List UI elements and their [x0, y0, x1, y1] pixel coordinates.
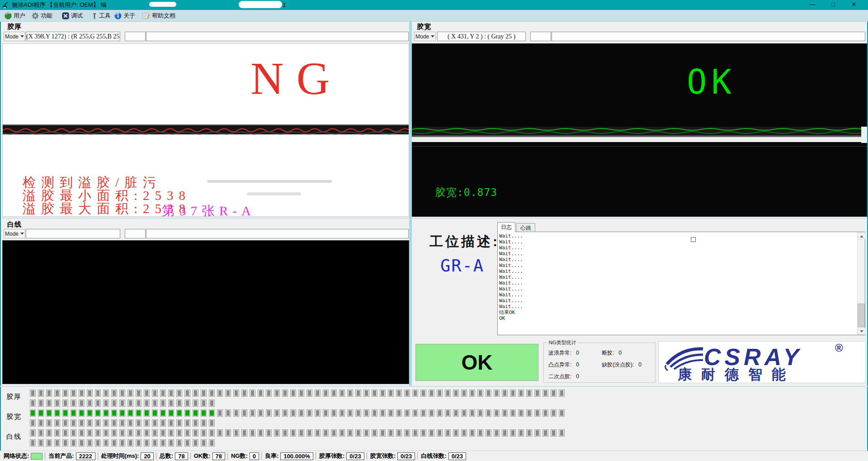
grid-cell: [372, 409, 377, 417]
minimize-button[interactable]: —: [802, 0, 823, 10]
grid-cell: [46, 419, 52, 427]
band-right-notch: [861, 127, 867, 143]
grid-cell: [79, 399, 85, 407]
mode-dropdown[interactable]: Mode: [4, 32, 25, 41]
grid-cell: [347, 390, 353, 397]
ng-stat-value: 0: [576, 350, 579, 356]
grid-cell: [168, 429, 174, 437]
grid-label: 白线: [6, 432, 22, 441]
grid-cell: [119, 419, 125, 427]
grid-cell: [71, 390, 76, 397]
grid-row: [30, 439, 215, 447]
grid-cell: [46, 390, 52, 397]
glue-width-measurement: 胶宽:0.873: [435, 185, 497, 200]
tab-heartbeat[interactable]: 心跳: [516, 223, 535, 232]
grid-cell: [437, 409, 443, 417]
close-button[interactable]: ✕: [844, 0, 864, 10]
grid-cell: [71, 439, 76, 447]
statusbar-separator: [417, 452, 418, 460]
log-scrollbar[interactable]: [857, 232, 865, 335]
grid-cell: [331, 409, 337, 417]
panel-title-white-line: 白线: [7, 220, 22, 229]
grid-cell: [201, 409, 207, 417]
roi-field-small[interactable]: [530, 32, 551, 41]
grid-cell: [518, 429, 524, 437]
grid-cell: [453, 409, 459, 417]
pixel-info-field[interactable]: (X 398,Y 1272) : (R 255,G 255,B 255): [26, 32, 120, 41]
network-status-label: 网络状态:: [4, 452, 29, 460]
scroll-up-arrow-icon[interactable]: [858, 232, 865, 239]
grid-cell: [46, 429, 52, 437]
grid-cell: [250, 390, 255, 397]
log-line: Wait....: [499, 268, 856, 274]
ng-stat-row: 二次点胶:0: [548, 373, 579, 380]
grid-cell: [274, 390, 280, 397]
ng-type-statistics: NG类型统计 波浪异常:0凸点异常:0二次点胶:0 断胶:0缺胶(没点胶):0: [543, 342, 656, 383]
grid-cell: [258, 390, 264, 397]
tab-log[interactable]: 日志: [497, 222, 515, 232]
grid-cell: [176, 419, 182, 427]
menu-item-about[interactable]: 关于: [114, 11, 135, 21]
ng-stat-value: 0: [638, 361, 642, 368]
roi-field-long[interactable]: [552, 32, 865, 41]
menu-item-label: 调试: [71, 12, 83, 20]
grid-cell: [209, 390, 215, 397]
grid-cell: [127, 399, 133, 407]
menubar: 用户 功能 调试: [0, 10, 868, 22]
roi-field-long[interactable]: [146, 229, 409, 238]
grid-cell: [201, 429, 207, 437]
grid-cell: [372, 429, 377, 437]
white-line-image[interactable]: [2, 240, 409, 384]
log-line: Wait....: [499, 262, 856, 268]
titlebar[interactable]: 侧涂AOI程序 【当前用户: OEM】 编 1 — □ ✕: [0, 0, 868, 10]
grid-cell: [168, 409, 174, 417]
maximize-button[interactable]: □: [823, 0, 844, 10]
log-checkbox[interactable]: [691, 237, 696, 242]
menu-item-help[interactable]: 帮助文档: [142, 11, 175, 21]
grid-cell: [510, 409, 516, 417]
defect-line: 溢胶最小面积:2538: [23, 189, 191, 202]
grid-cell: [396, 429, 402, 437]
scrollbar-thumb[interactable]: [858, 304, 865, 327]
grid-cell: [233, 390, 239, 397]
grid-cell: [30, 419, 36, 427]
grid-cell: [152, 439, 158, 447]
grid-cell: [95, 439, 101, 447]
grid-group-white-line: 白线: [0, 429, 868, 449]
pixel-info-field[interactable]: ( X 431, Y 2 ) : ( Gray 25 ): [437, 32, 526, 41]
grid-cell: [453, 390, 459, 397]
glue-edge-band: [3, 124, 409, 134]
roi-field-small[interactable]: [125, 229, 146, 238]
grid-cell: [127, 419, 133, 427]
grid-cell: [62, 439, 68, 447]
glue-width-image[interactable]: OK 胶宽:0.873: [412, 43, 867, 217]
grid-row: [30, 390, 565, 397]
grid-cell: [429, 429, 434, 437]
user-icon: [5, 12, 12, 19]
glue-thickness-image[interactable]: NG 检测到溢胶/脏污 溢胶最小面积:2538 溢胶最大面积:2538 第37张…: [2, 43, 409, 217]
grid-cell: [510, 429, 516, 437]
grid-cell: [46, 439, 52, 447]
scroll-down-arrow-icon[interactable]: [858, 328, 865, 335]
grid-cell: [331, 429, 337, 437]
ng-stats-right-column: 断胶:0缺胶(没点胶):0: [602, 349, 642, 373]
grid-cell: [241, 409, 247, 417]
grid-cell: [79, 439, 85, 447]
pixel-info-field[interactable]: [26, 229, 120, 238]
roi-field-small[interactable]: [125, 32, 146, 41]
mode-dropdown[interactable]: Mode: [4, 229, 25, 238]
menu-item-user[interactable]: 用户: [5, 11, 25, 21]
grid-cell: [388, 429, 394, 437]
grid-cell: [494, 409, 500, 417]
roi-field-long[interactable]: [146, 32, 409, 41]
menu-item-debug[interactable]: 调试: [62, 11, 83, 21]
ng-stats-left-column: 波浪异常:0凸点异常:0二次点胶:0: [548, 349, 579, 385]
grid-cell: [551, 390, 557, 397]
grid-cell: [87, 390, 93, 397]
mode-dropdown[interactable]: Mode: [414, 32, 436, 41]
menu-item-function[interactable]: 功能: [32, 11, 52, 21]
grid-row: [30, 419, 215, 427]
menu-item-tools[interactable]: 工具: [92, 11, 111, 21]
log-list[interactable]: Wait....Wait....Wait....Wait....Wait....…: [499, 233, 856, 334]
grid-cell: [233, 409, 239, 417]
